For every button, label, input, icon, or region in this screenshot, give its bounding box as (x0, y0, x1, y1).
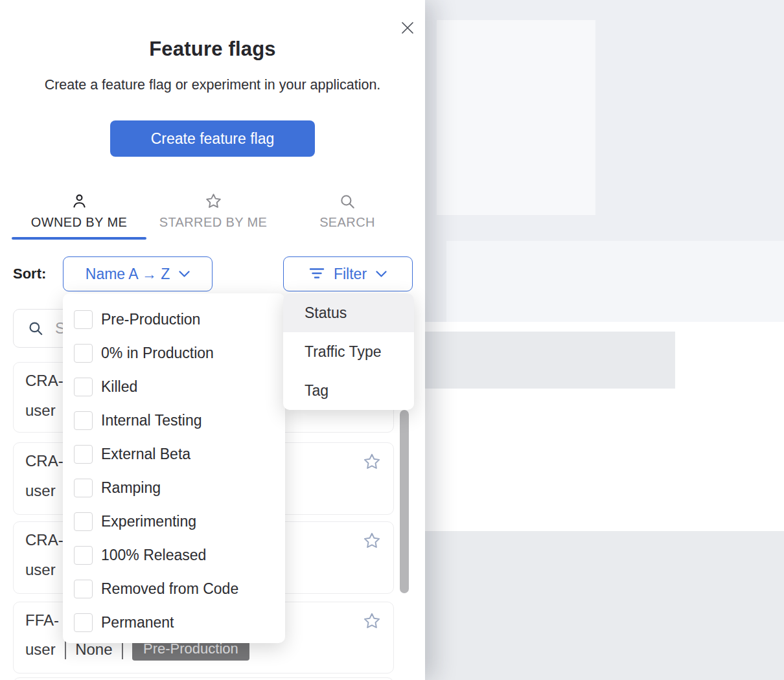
filter-label: Filter (334, 266, 367, 283)
person-icon (71, 192, 88, 210)
status-option-ramping[interactable]: Ramping (63, 471, 285, 504)
active-tab-underline (12, 237, 146, 240)
background-band-gray (425, 332, 675, 389)
list-item[interactable] (13, 677, 394, 680)
separator (65, 640, 67, 659)
checkbox[interactable] (74, 546, 93, 565)
tab-label: OWNED BY ME (31, 215, 128, 230)
star-icon[interactable] (360, 609, 384, 635)
feature-flags-panel: Feature flags Create a feature flag or e… (0, 0, 425, 680)
option-label: Permanent (101, 614, 174, 631)
flag-name: CRA- (25, 372, 63, 390)
option-label: External Beta (101, 446, 190, 463)
option-label: 100% Released (101, 547, 206, 564)
star-icon[interactable] (360, 449, 384, 476)
sort-dropdown[interactable]: Name A → Z (63, 256, 213, 291)
tab-label: SEARCH (319, 215, 375, 230)
option-label: Experimenting (101, 513, 196, 530)
filter-item-traffic-type[interactable]: Traffic Type (283, 332, 414, 371)
page-title: Feature flags (0, 38, 425, 61)
checkbox[interactable] (74, 378, 93, 396)
status-option-0-in-production[interactable]: 0% in Production (63, 336, 285, 370)
star-icon (205, 192, 222, 210)
status-option-external-beta[interactable]: External Beta (63, 437, 285, 471)
search-icon (27, 320, 44, 339)
background-card-large (437, 20, 595, 215)
checkbox[interactable] (74, 445, 93, 464)
filter-dropdown[interactable]: Filter (283, 256, 413, 291)
filter-item-tag[interactable]: Tag (283, 371, 414, 410)
tab-owned-by-me[interactable]: OWNED BY ME (12, 192, 146, 237)
option-label: 0% in Production (101, 345, 214, 362)
flag-traffic-type: user (25, 482, 56, 500)
flag-traffic-type: user (25, 640, 56, 659)
status-option-permanent[interactable]: Permanent (63, 606, 285, 639)
status-option-removed-from-code[interactable]: Removed from Code (63, 572, 285, 606)
background-band-upper (446, 241, 784, 322)
flag-traffic-type: user (25, 402, 56, 420)
flag-traffic-type: user (25, 561, 56, 579)
filter-category-menu: Status Traffic Type Tag (283, 293, 414, 410)
status-option-internal-testing[interactable]: Internal Testing (63, 403, 285, 437)
status-option-experimenting[interactable]: Experimenting (63, 504, 285, 538)
tab-starred-by-me[interactable]: STARRED BY ME (151, 192, 275, 237)
flag-name: CRA- (25, 452, 63, 470)
sort-value: Name A → Z (86, 266, 170, 283)
option-label: Removed from Code (101, 580, 238, 598)
status-option-killed[interactable]: Killed (63, 370, 285, 403)
option-label: Ramping (101, 479, 161, 497)
scrollbar-thumb[interactable] (400, 410, 409, 593)
status-option-100-released[interactable]: 100% Released (63, 538, 285, 572)
option-label: Killed (101, 378, 137, 396)
status-filter-menu: Pre-Production 0% in Production Killed I… (63, 293, 285, 643)
checkbox[interactable] (74, 613, 93, 632)
checkbox[interactable] (74, 479, 93, 497)
option-label: Pre-Production (101, 311, 200, 328)
tab-label: STARRED BY ME (159, 215, 268, 230)
checkbox[interactable] (74, 580, 93, 598)
checkbox[interactable] (74, 344, 93, 363)
flag-name: CRA- (25, 531, 63, 549)
checkbox[interactable] (74, 310, 93, 329)
checkbox[interactable] (74, 512, 93, 531)
page-subtitle: Create a feature flag or experiment in y… (0, 77, 425, 93)
search-icon (339, 192, 356, 210)
create-feature-flag-button[interactable]: Create feature flag (110, 120, 315, 157)
background-page-bottom (425, 531, 784, 680)
filter-item-status[interactable]: Status (283, 293, 414, 332)
flag-tags: None (75, 640, 112, 659)
sort-label: Sort: (13, 256, 46, 291)
chevron-down-icon (376, 271, 387, 278)
checkbox[interactable] (74, 411, 93, 430)
status-option-pre-production[interactable]: Pre-Production (63, 302, 285, 336)
flag-name: FFA- (25, 611, 59, 629)
tab-search[interactable]: SEARCH (290, 192, 404, 237)
option-label: Internal Testing (101, 412, 202, 429)
close-icon[interactable] (398, 18, 417, 38)
filter-lines-icon (309, 266, 325, 283)
chevron-down-icon (179, 271, 190, 278)
star-icon[interactable] (360, 528, 384, 555)
